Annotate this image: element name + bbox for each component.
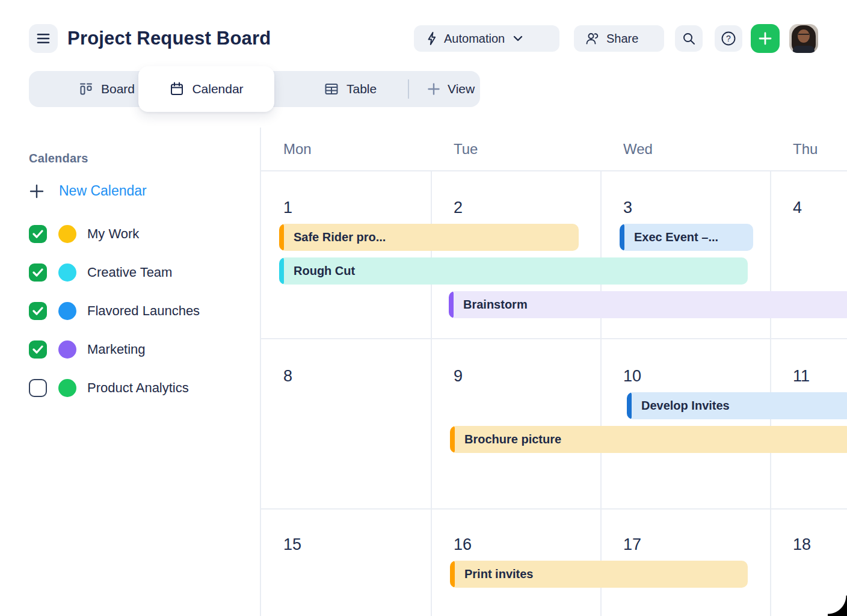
table-icon: [324, 81, 339, 97]
grid-row-line-2: [260, 508, 847, 510]
day-header-mon: Mon: [283, 141, 312, 158]
event-accent-bar: [279, 224, 284, 251]
event-label: Exec Event –...: [634, 230, 718, 244]
grid-header-line: [260, 170, 847, 171]
tab-add-view[interactable]: View: [427, 71, 475, 107]
date-number: 17: [623, 535, 641, 554]
tab-table[interactable]: Table: [324, 71, 377, 107]
event-label: Print invites: [464, 567, 533, 581]
calendars-heading: Calendars: [29, 152, 88, 165]
calendar-event[interactable]: Safe Rider pro...: [279, 224, 579, 251]
event-accent-bar: [450, 561, 455, 588]
day-header-tue: Tue: [454, 141, 478, 158]
date-number: 16: [454, 535, 472, 554]
help-button[interactable]: ?: [715, 25, 742, 52]
sidebar-grid-divider: [260, 128, 261, 616]
calendar-icon: [169, 81, 185, 97]
tab-board-label: Board: [101, 82, 135, 96]
day-header-wed: Wed: [623, 141, 653, 158]
checkbox-unchecked[interactable]: [29, 379, 47, 397]
tab-calendar-label: Calendar: [192, 82, 243, 96]
event-label: Develop Invites: [641, 399, 730, 413]
hamburger-menu-button[interactable]: [29, 24, 58, 53]
calendar-item-label: Flavored Launches: [87, 303, 200, 319]
date-number: 2: [454, 199, 463, 217]
event-accent-bar: [279, 257, 284, 285]
user-avatar[interactable]: [789, 24, 818, 53]
calendar-list-item[interactable]: My Work: [29, 224, 139, 244]
checkbox-checked[interactable]: [29, 225, 47, 243]
automation-label: Automation: [444, 32, 505, 46]
tab-calendar-active[interactable]: Calendar: [138, 66, 274, 112]
page-title: Project Request Board: [67, 28, 271, 49]
tab-board[interactable]: Board: [78, 71, 135, 107]
automation-button[interactable]: Automation: [414, 25, 559, 52]
share-button[interactable]: Share: [574, 25, 664, 52]
calendar-item-label: Marketing: [87, 342, 146, 357]
window-corner: [828, 596, 847, 616]
date-number: 4: [793, 199, 802, 217]
calendar-color-dot: [58, 340, 76, 359]
calendar-item-label: My Work: [87, 226, 139, 242]
event-label: Rough Cut: [294, 264, 355, 278]
event-label: Brochure picture: [464, 433, 561, 446]
tab-divider: [408, 79, 409, 99]
calendar-event[interactable]: Exec Event –...: [620, 224, 753, 251]
event-accent-bar: [627, 392, 632, 419]
calendar-event[interactable]: Brainstorm: [449, 291, 847, 318]
grid-col-line-2: [600, 170, 602, 616]
search-button[interactable]: [675, 25, 703, 52]
event-accent-bar: [620, 224, 624, 251]
people-icon: [585, 31, 600, 46]
calendar-color-dot: [58, 225, 76, 243]
new-calendar-button[interactable]: New Calendar: [29, 183, 147, 199]
calendar-event[interactable]: Print invites: [450, 561, 748, 588]
date-number: 15: [283, 535, 301, 554]
board-icon: [78, 81, 94, 97]
day-header-thu: Thu: [793, 141, 818, 158]
event-label: Safe Rider pro...: [294, 230, 386, 244]
event-accent-bar: [450, 426, 455, 453]
chevron-down-icon: [513, 35, 523, 42]
calendar-list-item[interactable]: Product Analytics: [29, 378, 189, 398]
calendar-color-dot: [58, 263, 76, 282]
date-number: 11: [793, 367, 810, 386]
grid-row-line-1: [260, 338, 847, 339]
create-new-button[interactable]: [751, 24, 780, 53]
event-accent-bar: [449, 291, 454, 318]
lightning-bolt-icon: [425, 31, 438, 46]
calendar-list-item[interactable]: Marketing: [29, 340, 146, 359]
date-number: 3: [623, 199, 632, 217]
search-icon: [682, 31, 696, 46]
event-label: Brainstorm: [463, 298, 528, 312]
calendar-color-dot: [58, 302, 76, 320]
plus-icon: [758, 31, 772, 46]
new-calendar-plus-icon: [29, 183, 45, 199]
date-number: 10: [623, 367, 641, 386]
tab-table-label: Table: [346, 82, 377, 96]
calendar-color-dot: [58, 379, 76, 397]
checkbox-checked[interactable]: [29, 263, 47, 282]
checkbox-checked[interactable]: [29, 302, 47, 320]
hamburger-icon: [37, 33, 50, 44]
svg-text:?: ?: [726, 34, 731, 43]
calendar-list-item[interactable]: Flavored Launches: [29, 301, 200, 321]
date-number: 18: [793, 535, 811, 554]
calendar-item-label: Creative Team: [87, 265, 172, 280]
new-calendar-label: New Calendar: [59, 183, 147, 199]
share-label: Share: [606, 32, 638, 46]
app-window: Project Request Board Automation Share: [0, 0, 847, 616]
view-tabbar: Board Calendar: [29, 71, 480, 107]
calendar-list-item[interactable]: Creative Team: [29, 263, 172, 282]
calendar-event[interactable]: Brochure picture: [450, 426, 847, 453]
date-number: 1: [283, 199, 292, 217]
add-view-plus-icon: [427, 82, 440, 96]
tab-view-label: View: [448, 82, 475, 96]
date-number: 9: [454, 367, 463, 386]
date-number: 8: [283, 367, 292, 386]
calendar-event[interactable]: Rough Cut: [279, 257, 748, 285]
avatar-glasses: [798, 34, 809, 37]
calendar-event[interactable]: Develop Invites: [627, 392, 847, 419]
checkbox-checked[interactable]: [29, 340, 47, 359]
question-mark-icon: ?: [721, 31, 736, 46]
